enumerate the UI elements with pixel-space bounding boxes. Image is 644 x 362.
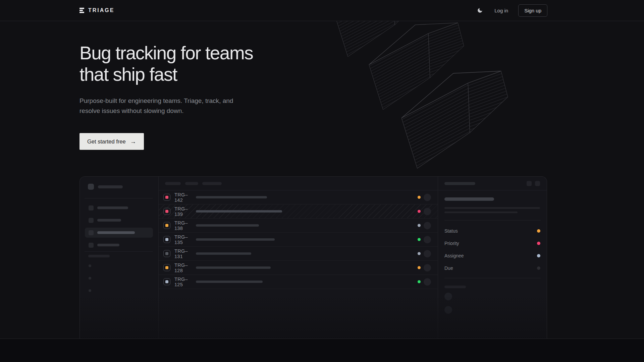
issue-title-placeholder bbox=[196, 224, 259, 227]
issue-type-icon bbox=[163, 194, 170, 201]
navbar: TRIAGE Log in Sign up bbox=[0, 0, 644, 21]
detail-fields: Status Priority Assignee Due bbox=[438, 225, 547, 274]
detail-field-label: Due bbox=[444, 265, 453, 271]
hero-title-line1: Bug tracking for teams bbox=[79, 42, 253, 64]
issue-assignee-avatar bbox=[424, 208, 431, 215]
sidebar-item-label-placeholder bbox=[97, 206, 128, 209]
issue-type-icon bbox=[163, 278, 170, 285]
detail-text-placeholder bbox=[444, 212, 518, 213]
workspace-avatar-placeholder bbox=[88, 184, 94, 190]
detail-action-placeholder bbox=[535, 181, 540, 186]
workspace-name-placeholder bbox=[98, 185, 123, 188]
hero-section: Bug tracking for teams that ship fast Pu… bbox=[0, 21, 644, 339]
issue-row: TRG–128 bbox=[159, 261, 438, 275]
login-link[interactable]: Log in bbox=[494, 8, 508, 13]
detail-text-placeholder bbox=[444, 207, 540, 209]
mockup-detail-panel: Status Priority Assignee Due bbox=[438, 177, 547, 339]
sidebar-dot bbox=[89, 277, 91, 280]
issue-status-dot bbox=[418, 210, 421, 213]
issue-type-icon bbox=[163, 208, 170, 215]
issue-row: TRG–135 bbox=[159, 233, 438, 247]
hero-title: Bug tracking for teams that ship fast bbox=[79, 42, 253, 85]
arrow-right-icon: → bbox=[130, 138, 136, 144]
nav-actions: Log in Sign up bbox=[476, 4, 547, 17]
issue-id: TRG–142 bbox=[174, 192, 194, 203]
sidebar-divider bbox=[85, 251, 153, 252]
detail-field-dot bbox=[537, 229, 540, 233]
sidebar-item bbox=[85, 240, 153, 250]
issue-id: TRG–139 bbox=[174, 206, 194, 217]
issue-row: TRG–139 bbox=[159, 204, 438, 219]
issue-type-icon bbox=[163, 250, 170, 257]
issue-rows: TRG–142 TRG–139 TRG–138 TRG–135 TRG–131 bbox=[159, 190, 438, 289]
detail-field-label: Status bbox=[444, 228, 458, 234]
issue-row: TRG–125 bbox=[159, 275, 438, 289]
detail-avatar-placeholders bbox=[444, 293, 452, 314]
detail-field-dot bbox=[537, 242, 540, 245]
issue-type-icon bbox=[163, 264, 170, 271]
detail-title-placeholder bbox=[444, 197, 494, 201]
detail-field-label: Priority bbox=[444, 241, 459, 246]
sidebar-item bbox=[85, 215, 153, 225]
issue-status-dot bbox=[418, 224, 421, 227]
sidebar-dots bbox=[89, 264, 91, 292]
signup-button[interactable]: Sign up bbox=[518, 4, 547, 17]
issue-assignee-avatar bbox=[424, 278, 431, 286]
issue-assignee-avatar bbox=[424, 194, 431, 201]
list-header-placeholder bbox=[202, 182, 222, 185]
hero-subtitle-line1: Purpose-built for engineering teams. Tri… bbox=[79, 96, 233, 106]
mockup-issue-list: TRG–142 TRG–139 TRG–138 TRG–135 TRG–131 bbox=[159, 177, 438, 339]
sidebar-item-label-placeholder bbox=[97, 231, 135, 234]
issue-row: TRG–131 bbox=[159, 247, 438, 261]
issue-title-placeholder bbox=[196, 252, 251, 255]
sidebar-item-icon-placeholder bbox=[89, 243, 94, 248]
issue-title-placeholder bbox=[196, 281, 263, 283]
detail-circle-placeholder bbox=[444, 306, 452, 314]
issue-assignee-avatar bbox=[424, 222, 431, 229]
detail-section-placeholder bbox=[444, 286, 466, 288]
detail-field-dot bbox=[537, 254, 540, 257]
detail-field-label: Assignee bbox=[444, 253, 464, 258]
detail-field-row: Assignee bbox=[438, 249, 547, 262]
issue-title-placeholder bbox=[196, 196, 267, 198]
detail-field-row: Priority bbox=[438, 237, 547, 249]
sidebar-item bbox=[85, 228, 153, 238]
issue-type-icon bbox=[163, 236, 170, 243]
brand[interactable]: TRIAGE bbox=[79, 7, 114, 13]
detail-field-dot bbox=[537, 266, 540, 270]
detail-field-row: Due bbox=[438, 262, 547, 274]
sidebar-dot bbox=[89, 264, 91, 267]
issue-status-dot bbox=[418, 266, 421, 269]
issue-title-placeholder bbox=[196, 238, 275, 241]
issue-title-placeholder bbox=[196, 210, 282, 213]
sidebar-item-label-placeholder bbox=[97, 219, 121, 222]
issue-status-dot bbox=[418, 280, 421, 283]
sidebar-item bbox=[85, 203, 153, 213]
hero-subtitle: Purpose-built for engineering teams. Tri… bbox=[79, 96, 233, 116]
sidebar-item-icon-placeholder bbox=[89, 230, 94, 235]
detail-circle-placeholder bbox=[444, 293, 452, 300]
theme-toggle-button[interactable] bbox=[476, 6, 484, 15]
sidebar-item-icon-placeholder bbox=[89, 205, 94, 210]
detail-divider bbox=[444, 220, 541, 221]
issue-id: TRG–135 bbox=[174, 234, 194, 245]
moon-icon bbox=[477, 7, 483, 13]
issue-status-dot bbox=[418, 238, 421, 241]
list-header-placeholder bbox=[185, 182, 198, 185]
issue-type-icon bbox=[163, 222, 170, 229]
detail-action-placeholder bbox=[527, 181, 532, 186]
issue-assignee-avatar bbox=[424, 264, 431, 272]
hero-title-line2: that ship fast bbox=[79, 64, 253, 85]
footer bbox=[0, 339, 644, 362]
list-header-placeholder bbox=[165, 182, 181, 185]
sidebar-divider bbox=[85, 198, 153, 198]
sidebar-dot bbox=[89, 289, 91, 292]
get-started-button[interactable]: Get started free → bbox=[79, 133, 144, 150]
detail-header bbox=[438, 177, 547, 190]
detail-header-placeholder bbox=[444, 182, 475, 185]
sidebar-item-icon-placeholder bbox=[89, 218, 94, 223]
issue-status-dot bbox=[418, 196, 421, 199]
issue-id: TRG–128 bbox=[174, 262, 194, 273]
hero-subtitle-line2: resolve issues without slowing down. bbox=[79, 106, 233, 116]
sidebar-section-placeholder bbox=[88, 255, 110, 257]
